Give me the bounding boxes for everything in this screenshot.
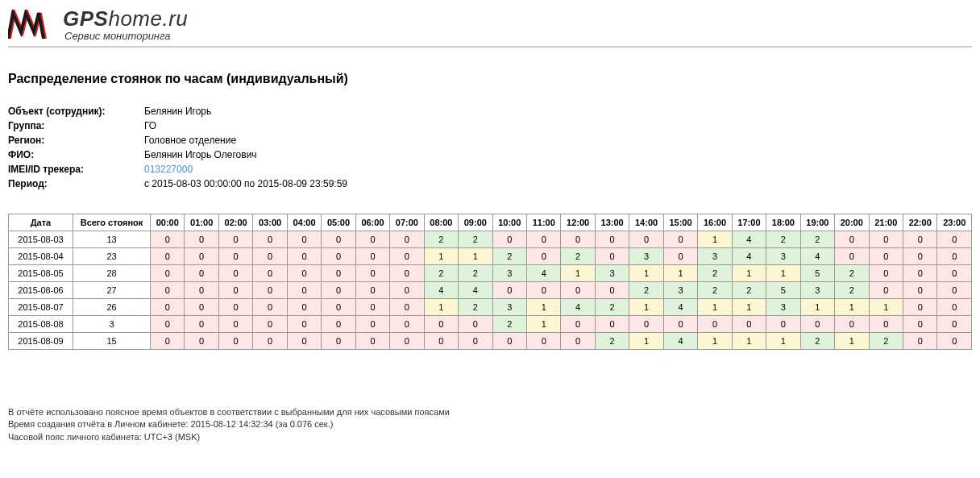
table-row: 2015-08-0627000000004400002322532000 — [9, 282, 972, 299]
cell-hour: 3 — [766, 299, 800, 316]
col-hour: 06:00 — [355, 214, 389, 231]
meta-value: Белянин Игорь — [144, 104, 351, 118]
cell-hour: 0 — [355, 299, 389, 316]
footer-line: В отчёте использовано поясное время объе… — [8, 406, 972, 418]
cell-hour: 0 — [903, 248, 936, 265]
cell-hour: 0 — [732, 316, 766, 333]
page-title: Распределение стоянок по часам (индивиду… — [8, 72, 972, 86]
cell-hour: 1 — [800, 299, 834, 316]
col-hour: 14:00 — [629, 214, 663, 231]
cell-date: 2015-08-04 — [9, 248, 73, 265]
col-hour: 07:00 — [390, 214, 424, 231]
cell-hour: 0 — [287, 316, 321, 333]
cell-hour: 0 — [185, 333, 218, 350]
cell-hour: 0 — [218, 299, 252, 316]
cell-hour: 2 — [869, 333, 903, 350]
logo-icon — [8, 10, 56, 40]
footer-line: Время создания отчёта в Личном кабинете:… — [8, 418, 972, 430]
cell-hour: 0 — [322, 316, 355, 333]
cell-hour: 0 — [218, 316, 252, 333]
cell-hour: 0 — [869, 248, 903, 265]
cell-hour: 0 — [835, 316, 869, 333]
cell-hour: 3 — [766, 248, 800, 265]
meta-value: Белянин Игорь Олегович — [144, 148, 351, 162]
col-hour: 23:00 — [937, 214, 972, 231]
cell-hour: 0 — [492, 333, 526, 350]
meta-label: Объект (сотрудник): — [8, 104, 144, 118]
cell-hour: 0 — [561, 231, 595, 248]
cell-date: 2015-08-09 — [9, 333, 73, 350]
footer-line: Часовой пояс личного кабинета: UTC+3 (MS… — [8, 431, 972, 443]
cell-hour: 1 — [424, 299, 458, 316]
cell-hour: 0 — [766, 316, 800, 333]
cell-hour: 0 — [322, 265, 355, 282]
cell-hour: 1 — [526, 299, 560, 316]
cell-hour: 0 — [561, 282, 595, 299]
cell-hour: 0 — [835, 231, 869, 248]
cell-hour: 2 — [595, 333, 629, 350]
cell-hour: 0 — [287, 299, 321, 316]
cell-total: 15 — [73, 333, 151, 350]
cell-hour: 3 — [800, 282, 834, 299]
cell-hour: 1 — [459, 248, 492, 265]
cell-hour: 1 — [869, 299, 903, 316]
cell-hour: 0 — [151, 299, 185, 316]
cell-hour: 3 — [492, 265, 526, 282]
cell-hour: 1 — [732, 299, 766, 316]
cell-hour: 0 — [322, 299, 355, 316]
cell-hour: 0 — [151, 333, 185, 350]
cell-hour: 0 — [218, 333, 252, 350]
cell-hour: 1 — [698, 333, 732, 350]
cell-hour: 1 — [663, 265, 697, 282]
cell-hour: 0 — [595, 282, 629, 299]
footer: В отчёте использовано поясное время объе… — [8, 406, 972, 443]
col-date: Дата — [9, 214, 73, 231]
cell-hour: 0 — [355, 333, 389, 350]
cell-hour: 4 — [459, 282, 492, 299]
cell-hour: 2 — [835, 282, 869, 299]
cell-total: 3 — [73, 316, 151, 333]
cell-hour: 0 — [355, 265, 389, 282]
cell-hour: 0 — [459, 333, 492, 350]
table-row: 2015-08-083000000000021000000000000 — [9, 316, 972, 333]
meta-table: Объект (сотрудник):Белянин Игорь Группа:… — [8, 104, 351, 191]
table-header-row: Дата Всего стоянок 00:0001:0002:0003:000… — [9, 214, 972, 231]
cell-hour: 4 — [732, 231, 766, 248]
cell-hour: 0 — [287, 265, 321, 282]
cell-date: 2015-08-08 — [9, 316, 73, 333]
cell-hour: 4 — [663, 333, 697, 350]
cell-hour: 0 — [390, 299, 424, 316]
cell-hour: 0 — [151, 231, 185, 248]
cell-hour: 0 — [937, 248, 972, 265]
cell-hour: 0 — [322, 333, 355, 350]
col-hour: 09:00 — [459, 214, 492, 231]
cell-hour: 2 — [835, 265, 869, 282]
col-hour: 20:00 — [835, 214, 869, 231]
cell-hour: 0 — [869, 265, 903, 282]
logo-home: home — [108, 6, 162, 31]
cell-hour: 0 — [253, 333, 287, 350]
cell-hour: 3 — [629, 248, 663, 265]
col-hour: 03:00 — [253, 214, 287, 231]
cell-hour: 4 — [526, 265, 560, 282]
cell-hour: 0 — [390, 316, 424, 333]
table-row: 2015-08-0726000000001231421411311100 — [9, 299, 972, 316]
cell-hour: 0 — [322, 231, 355, 248]
col-hour: 11:00 — [526, 214, 560, 231]
cell-hour: 1 — [629, 265, 663, 282]
cell-hour: 0 — [595, 231, 629, 248]
cell-date: 2015-08-06 — [9, 282, 73, 299]
cell-hour: 2 — [698, 265, 732, 282]
col-hour: 17:00 — [732, 214, 766, 231]
cell-hour: 1 — [561, 265, 595, 282]
col-hour: 21:00 — [869, 214, 903, 231]
col-hour: 00:00 — [151, 214, 185, 231]
cell-total: 26 — [73, 299, 151, 316]
cell-hour: 5 — [766, 282, 800, 299]
cell-hour: 0 — [185, 231, 218, 248]
col-hour: 10:00 — [492, 214, 526, 231]
cell-hour: 0 — [937, 282, 972, 299]
cell-hour: 0 — [151, 282, 185, 299]
cell-hour: 0 — [218, 231, 252, 248]
cell-date: 2015-08-05 — [9, 265, 73, 282]
